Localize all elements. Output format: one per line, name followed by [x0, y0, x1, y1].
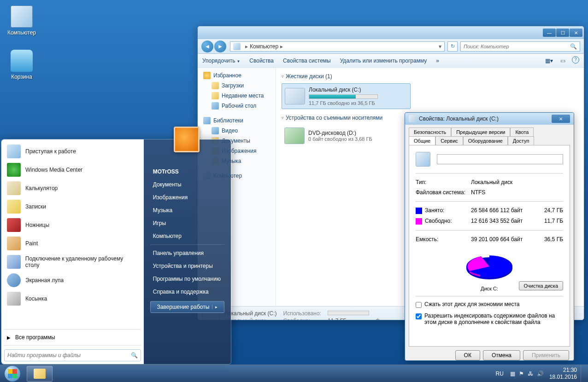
- preview-pane-icon[interactable]: ▭: [558, 56, 567, 65]
- start-computer[interactable]: Компьютер: [146, 230, 229, 243]
- start-program-magnifier[interactable]: Экранная лупа: [4, 271, 141, 289]
- start-program-paint[interactable]: Paint: [4, 234, 141, 253]
- start-control-panel[interactable]: Панель управления: [146, 247, 229, 260]
- dvd-icon: [284, 127, 305, 144]
- toolbar-properties[interactable]: Свойства: [249, 58, 274, 64]
- taskbar-explorer[interactable]: [27, 366, 53, 382]
- all-programs-button[interactable]: ▶Все программы: [4, 331, 141, 343]
- close-button[interactable]: ✕: [552, 115, 570, 123]
- tab-security[interactable]: Безопасность: [409, 127, 451, 136]
- tab-previous-versions[interactable]: Предыдущие версии: [451, 127, 510, 136]
- drive-name-input[interactable]: [437, 154, 563, 164]
- toolbar-more[interactable]: »: [436, 58, 439, 64]
- sidebar-recent[interactable]: Недавние места: [198, 91, 276, 101]
- drive-d[interactable]: DVD-дисковод (D:) 0 байт свободно из 3,6…: [282, 125, 411, 147]
- folder-icon: [212, 82, 219, 89]
- help-icon[interactable]: ?: [572, 56, 579, 64]
- desktop-icon-label: Компьютер: [6, 29, 38, 36]
- tab-tools[interactable]: Сервис: [435, 136, 463, 145]
- start-search[interactable]: 🔍: [4, 349, 141, 361]
- nav-forward-button[interactable]: ►: [214, 41, 226, 52]
- app-icon: [7, 237, 21, 250]
- breadcrumb[interactable]: ▸ Компьютер ▸ ▾: [230, 41, 445, 52]
- properties-titlebar[interactable]: Свойства: Локальный диск (C:) ✕: [405, 113, 574, 125]
- sidebar-libraries[interactable]: Библиотеки: [198, 116, 276, 126]
- section-hard-drives[interactable]: ▿Жесткие диски (1): [282, 73, 578, 80]
- drive-name: DVD-дисковод (D:): [308, 130, 408, 136]
- start-menu: Приступая к работе Windows Media Center …: [1, 139, 231, 365]
- sidebar-desktop[interactable]: Рабочий стол: [198, 101, 276, 111]
- start-search-input[interactable]: [7, 352, 131, 359]
- app-icon: [7, 181, 21, 195]
- start-program-remote-desktop[interactable]: Подключение к удаленному рабочему столу: [4, 253, 141, 271]
- search-icon: 🔍: [570, 43, 577, 50]
- network-icon[interactable]: 🖧: [528, 370, 533, 377]
- compress-checkbox[interactable]: [416, 302, 422, 308]
- taskbar-clock[interactable]: 21:30 18.01.2016: [549, 367, 577, 380]
- start-program-sticky-notes[interactable]: Записки: [4, 197, 141, 216]
- show-desktop-button[interactable]: [581, 365, 586, 382]
- desktop-icon-recycle-bin[interactable]: Корзина: [6, 50, 38, 80]
- start-default-programs[interactable]: Программы по умолчанию: [146, 272, 229, 285]
- start-documents[interactable]: Документы: [146, 178, 229, 191]
- computer-icon: [233, 43, 241, 50]
- cancel-button[interactable]: Отмена: [483, 350, 520, 360]
- desktop-icon-computer[interactable]: Компьютер: [6, 6, 38, 36]
- minimize-button[interactable]: ―: [543, 29, 556, 37]
- prop-free-bytes: 12 616 343 552 байт: [471, 218, 535, 225]
- prop-filesystem: NTFS: [471, 189, 563, 196]
- prop-free-gb: 11,7 ГБ: [535, 218, 563, 225]
- toolbar-organize[interactable]: Упорядочить▼: [202, 58, 240, 64]
- user-avatar[interactable]: [174, 127, 200, 152]
- action-center-icon[interactable]: ⚑: [519, 370, 524, 377]
- start-games[interactable]: Игры: [146, 217, 229, 230]
- drive-c[interactable]: Локальный диск (C:) 11,7 ГБ свободно из …: [282, 83, 411, 109]
- folder-icon: [34, 369, 46, 379]
- nav-back-button[interactable]: ◄: [201, 41, 213, 52]
- sidebar-videos[interactable]: Видео: [198, 126, 276, 136]
- apply-button[interactable]: Применить: [523, 350, 569, 360]
- tray-icon[interactable]: ▦: [510, 370, 515, 377]
- start-program-calculator[interactable]: Калькулятор: [4, 179, 141, 197]
- start-button[interactable]: [0, 365, 25, 382]
- start-pictures[interactable]: Изображения: [146, 191, 229, 204]
- video-icon: [212, 127, 219, 134]
- star-icon: [203, 72, 211, 79]
- close-button[interactable]: ✕: [570, 29, 582, 37]
- search-box[interactable]: 🔍: [460, 41, 580, 52]
- index-checkbox[interactable]: [416, 313, 422, 319]
- prop-capacity-gb: 36,5 ГБ: [535, 236, 563, 243]
- tab-sharing[interactable]: Доступ: [508, 136, 535, 145]
- start-program-snipping-tool[interactable]: Ножницы: [4, 216, 141, 234]
- start-devices-printers[interactable]: Устройства и принтеры: [146, 260, 229, 272]
- sidebar-favorites[interactable]: Избранное: [198, 70, 276, 81]
- toolbar-uninstall[interactable]: Удалить или изменить программу: [340, 58, 427, 64]
- breadcrumb-item[interactable]: Компьютер: [250, 43, 278, 50]
- shutdown-button[interactable]: Завершение работы▸: [150, 301, 224, 313]
- tab-quota[interactable]: Квота: [510, 127, 534, 136]
- volume-icon[interactable]: 🔊: [537, 370, 544, 377]
- start-help[interactable]: Справка и поддержка: [146, 285, 229, 298]
- tab-hardware[interactable]: Оборудование: [463, 136, 508, 145]
- app-icon: [7, 218, 21, 232]
- explorer-titlebar[interactable]: ― ☐ ✕: [198, 26, 584, 39]
- start-music[interactable]: Музыка: [146, 204, 229, 217]
- toolbar-system-properties[interactable]: Свойства системы: [283, 58, 331, 64]
- sidebar-downloads[interactable]: Загрузки: [198, 81, 276, 91]
- maximize-button[interactable]: ☐: [556, 29, 569, 37]
- folder-icon: [212, 92, 219, 99]
- refresh-button[interactable]: ↻: [447, 41, 458, 52]
- search-input[interactable]: [464, 44, 570, 49]
- tab-general[interactable]: Общие: [409, 136, 435, 145]
- disk-cleanup-button[interactable]: Очистка диска: [519, 281, 563, 290]
- view-options-icon[interactable]: ▦▾: [544, 56, 553, 65]
- ok-button[interactable]: ОК: [455, 350, 480, 360]
- start-user-name[interactable]: MOTrOSS: [146, 165, 229, 178]
- libraries-icon: [203, 117, 211, 124]
- start-program-getting-started[interactable]: Приступая к работе: [4, 142, 141, 161]
- language-indicator[interactable]: RU: [496, 370, 504, 377]
- start-program-solitaire[interactable]: Косынка: [4, 289, 141, 308]
- start-program-media-center[interactable]: Windows Media Center: [4, 161, 141, 179]
- prop-type: Локальный диск: [471, 179, 563, 185]
- free-swatch: [416, 218, 422, 225]
